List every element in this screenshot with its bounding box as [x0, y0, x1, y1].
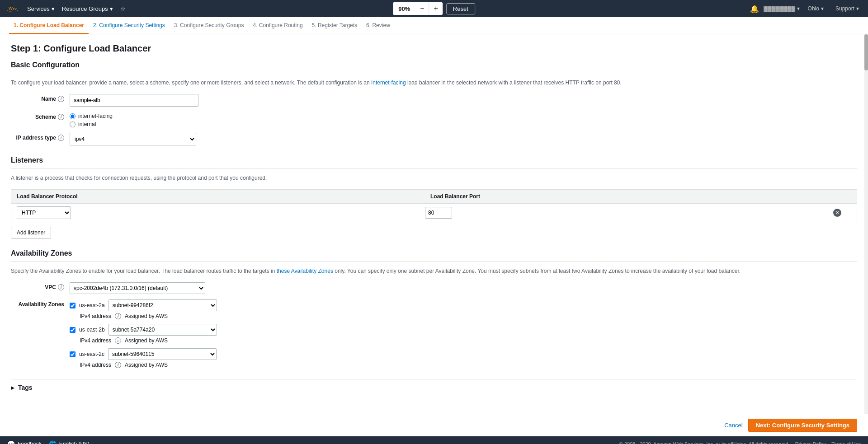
resource-groups-label: Resource Groups — [62, 5, 108, 12]
cancel-button[interactable]: Cancel — [724, 422, 742, 429]
scheme-internal[interactable]: internal — [70, 121, 250, 127]
az-checkbox-us-east-2a[interactable] — [70, 303, 75, 308]
ip-type-info-icon[interactable]: i — [58, 135, 64, 141]
az-name-us-east-2a: us-east-2a — [79, 302, 105, 308]
step-2[interactable]: 2. Configure Security Settings — [89, 17, 170, 34]
step-5: 5. Register Targets — [307, 17, 362, 34]
page-title: Step 1: Configure Load Balancer — [11, 43, 857, 54]
az-ipv4-value-us-east-2a: Assigned by AWS — [125, 313, 168, 319]
step-3: 3. Configure Security Groups — [170, 17, 249, 34]
region-chevron-icon: ▾ — [821, 5, 824, 12]
az-name-us-east-2c: us-east-2c — [79, 351, 104, 357]
account-label[interactable]: ▓▓▓▓▓▓▓▓ ▾ — [764, 5, 799, 12]
vpc-info-icon[interactable]: i — [58, 284, 64, 290]
pin-button[interactable]: ☆ — [117, 4, 129, 14]
az-ipv4-us-east-2b: IPv4 address i Assigned by AWS — [70, 337, 168, 344]
step-6-label: 6. Review — [366, 22, 390, 28]
az-zones-container: us-east-2a subnet-994286f2 IPv4 address … — [70, 299, 217, 368]
feedback-label: Feedback — [18, 441, 42, 444]
scheme-info-icon[interactable]: i — [58, 114, 64, 120]
az-ipv4-info-us-east-2c[interactable]: i — [115, 362, 121, 368]
svg-rect-0 — [5, 5, 20, 13]
listeners-title: Listeners — [11, 156, 857, 168]
ip-type-row: IP address type i ipv4 dualstack — [11, 133, 857, 145]
speech-bubble-icon: 💬 — [7, 440, 15, 444]
step-1[interactable]: 1. Configure Load Balancer — [9, 17, 89, 34]
feedback-button[interactable]: 💬 Feedback — [7, 440, 42, 444]
vpc-select[interactable]: vpc-2002de4b (172.31.0.0/16) (default) — [70, 282, 205, 294]
bottom-right: © 2008 - 2020, Amazon Web Services, Inc.… — [619, 441, 861, 444]
az-ipv4-info-us-east-2a[interactable]: i — [115, 313, 121, 319]
globe-icon: 🌐 — [49, 440, 57, 444]
az-ipv4-label-us-east-2b: IPv4 address — [80, 337, 111, 344]
ip-type-select[interactable]: ipv4 dualstack — [70, 133, 196, 145]
scrollbar-track — [864, 34, 868, 414]
listener-delete-button[interactable]: ✕ — [833, 209, 841, 217]
vpc-row: VPC i vpc-2002de4b (172.31.0.0/16) (defa… — [11, 282, 857, 294]
services-button[interactable]: Services ▾ — [24, 4, 58, 14]
az-name-us-east-2b: us-east-2b — [79, 327, 105, 333]
add-listener-button[interactable]: Add listener — [11, 227, 51, 238]
az-checkbox-us-east-2b[interactable] — [70, 327, 75, 333]
az-row: Availability Zones us-east-2a subnet-994… — [11, 299, 857, 368]
scheme-internet-facing[interactable]: internet-facing — [70, 113, 250, 119]
az-subnet-select-us-east-2c[interactable]: subnet-59640115 — [108, 348, 217, 360]
scheme-row: Scheme i internet-facing internal — [11, 112, 857, 127]
scheme-internal-radio[interactable] — [70, 122, 75, 127]
step-3-label: 3. Configure Security Groups — [174, 22, 244, 28]
listener-protocol-cell: HTTP HTTPS — [17, 206, 425, 219]
step-5-label: 5. Register Targets — [312, 22, 358, 28]
name-label: Name i — [11, 94, 70, 102]
privacy-link[interactable]: Privacy Policy — [795, 441, 826, 444]
listener-protocol-select[interactable]: HTTP HTTPS — [17, 206, 71, 219]
services-label: Services — [27, 5, 50, 12]
lang-label: English (US) — [59, 441, 90, 444]
terms-link[interactable]: Terms of Use — [831, 441, 861, 444]
aws-logo — [5, 4, 20, 13]
region-label: Ohio — [808, 5, 819, 12]
resource-groups-chevron-icon: ▾ — [110, 5, 113, 12]
scrollbar-thumb[interactable] — [864, 34, 868, 70]
zoom-controls: 90% − + Reset — [393, 2, 475, 15]
basic-config-section: Basic Configuration To configure your lo… — [11, 61, 857, 145]
az-checkbox-us-east-2c[interactable] — [70, 351, 75, 357]
notification-icon[interactable]: 🔔 — [750, 5, 759, 13]
az-zone-us-east-2b: us-east-2b subnet-5a774a20 IPv4 address … — [70, 324, 217, 344]
az-ipv4-value-us-east-2b: Assigned by AWS — [125, 337, 168, 344]
next-button[interactable]: Next: Configure Security Settings — [748, 419, 857, 432]
az-subnet-select-us-east-2b[interactable]: subnet-5a774a20 — [108, 324, 217, 336]
zoom-plus-button[interactable]: + — [429, 2, 443, 15]
name-control — [70, 94, 250, 107]
az-zone-us-east-2c: us-east-2c subnet-59640115 IPv4 address … — [70, 348, 217, 368]
zoom-control-bar: 90% − + — [393, 2, 443, 15]
tags-section: ▶ Tags — [11, 379, 857, 396]
zoom-minus-button[interactable]: − — [415, 2, 429, 15]
step-2-label: 2. Configure Security Settings — [93, 22, 165, 28]
listeners-section: Listeners A listener is a process that c… — [11, 156, 857, 238]
region-button[interactable]: Ohio ▾ — [804, 4, 827, 14]
ip-type-control: ipv4 dualstack — [70, 133, 250, 145]
az-ipv4-info-us-east-2b[interactable]: i — [115, 337, 121, 344]
language-button[interactable]: 🌐 English (US) — [49, 440, 90, 444]
name-info-icon[interactable]: i — [58, 96, 64, 102]
steps-bar: 1. Configure Load Balancer 2. Configure … — [0, 17, 868, 34]
listeners-header: Load Balancer Protocol Load Balancer Por… — [11, 190, 857, 204]
basic-config-desc: To configure your load balancer, provide… — [11, 79, 857, 87]
action-col-header — [839, 190, 857, 203]
listeners-table: Load Balancer Protocol Load Balancer Por… — [11, 189, 857, 222]
scheme-internet-radio[interactable] — [70, 113, 75, 119]
az-ipv4-label-us-east-2c: IPv4 address — [80, 362, 111, 368]
support-button[interactable]: Support ▾ — [832, 4, 863, 14]
listener-row: HTTP HTTPS ✕ — [11, 204, 857, 222]
top-nav-right: 🔔 ▓▓▓▓▓▓▓▓ ▾ Ohio ▾ Support ▾ — [750, 4, 863, 14]
tags-chevron-icon: ▶ — [11, 385, 14, 390]
scheme-radio-group: internet-facing internal — [70, 112, 250, 127]
resource-groups-button[interactable]: Resource Groups ▾ — [58, 4, 117, 14]
step-4: 4. Configure Routing — [249, 17, 307, 34]
name-input[interactable] — [70, 94, 198, 107]
listener-port-input[interactable] — [425, 207, 452, 219]
reset-button[interactable]: Reset — [446, 3, 475, 14]
az-subnet-select-us-east-2a[interactable]: subnet-994286f2 — [108, 299, 217, 311]
tags-header[interactable]: ▶ Tags — [11, 379, 857, 396]
az-label: Availability Zones — [11, 299, 70, 308]
